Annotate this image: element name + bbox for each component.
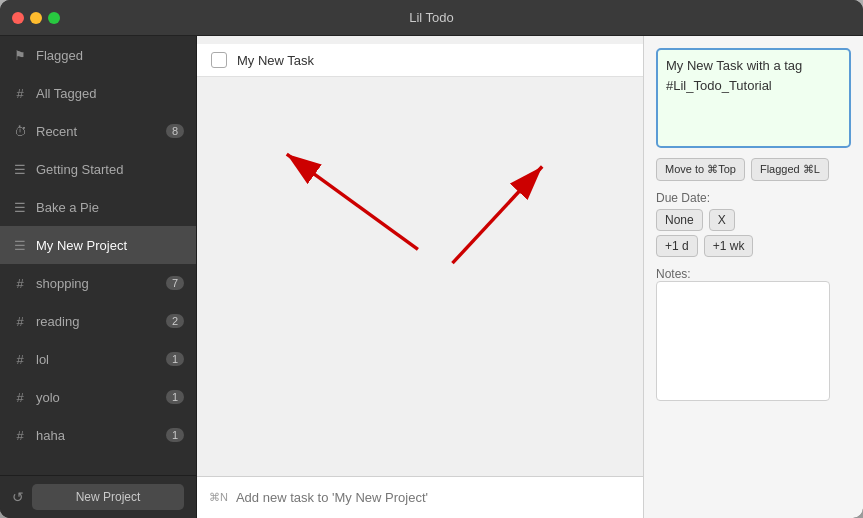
- reading-badge: 2: [166, 314, 184, 328]
- app-window: Lil Todo ⚑ Flagged # All Tagged ⏱ Recent…: [0, 0, 863, 518]
- task-input-bar: ⌘N: [197, 476, 643, 518]
- flag-icon: ⚑: [12, 48, 28, 63]
- due-date-row1: None X: [656, 209, 851, 231]
- hash-icon: #: [12, 352, 28, 367]
- shopping-badge: 7: [166, 276, 184, 290]
- due-date-section: Due Date: None X +1 d +1 wk: [656, 191, 851, 257]
- hash-icon: #: [12, 390, 28, 405]
- sidebar-item-label: All Tagged: [36, 86, 184, 101]
- sidebar-item-label: haha: [36, 428, 158, 443]
- due-plus1d-button[interactable]: +1 d: [656, 235, 698, 257]
- task-list-panel: My New Task ⌘: [197, 36, 643, 518]
- refresh-icon[interactable]: ↺: [12, 489, 24, 505]
- due-date-label: Due Date:: [656, 191, 851, 205]
- minimize-button[interactable]: [30, 12, 42, 24]
- due-none-button[interactable]: None: [656, 209, 703, 231]
- sidebar-footer: ↺ New Project: [0, 475, 196, 518]
- sidebar-item-label: shopping: [36, 276, 158, 291]
- detail-actions: Move to ⌘Top Flagged ⌘L: [656, 158, 851, 181]
- notes-section: Notes:: [656, 267, 851, 405]
- sidebar-item-my-new-project[interactable]: ☰ My New Project: [0, 226, 196, 264]
- sidebar-item-label: Getting Started: [36, 162, 184, 177]
- due-plus1wk-button[interactable]: +1 wk: [704, 235, 754, 257]
- task-item[interactable]: My New Task: [197, 44, 643, 77]
- sidebar-item-label: Recent: [36, 124, 158, 139]
- sidebar-item-reading[interactable]: # reading 2: [0, 302, 196, 340]
- sidebar-item-label: reading: [36, 314, 158, 329]
- add-task-shortcut: ⌘N: [209, 491, 228, 504]
- maximize-button[interactable]: [48, 12, 60, 24]
- list-icon: ☰: [12, 200, 28, 215]
- due-date-row2: +1 d +1 wk: [656, 235, 851, 257]
- task-checkbox[interactable]: [211, 52, 227, 68]
- list-icon: ☰: [12, 162, 28, 177]
- clock-icon: ⏱: [12, 124, 28, 139]
- sidebar-item-label: Flagged: [36, 48, 184, 63]
- hash-icon: #: [12, 86, 28, 101]
- sidebar-item-label: My New Project: [36, 238, 184, 253]
- sidebar-item-flagged[interactable]: ⚑ Flagged: [0, 36, 196, 74]
- yolo-badge: 1: [166, 390, 184, 404]
- haha-badge: 1: [166, 428, 184, 442]
- main-content: ⚑ Flagged # All Tagged ⏱ Recent 8 ☰ Gett…: [0, 36, 863, 518]
- hash-icon: #: [12, 314, 28, 329]
- traffic-lights: [12, 12, 60, 24]
- hash-icon: #: [12, 276, 28, 291]
- notes-label: Notes:: [656, 267, 851, 281]
- notes-input[interactable]: [656, 281, 830, 401]
- sidebar-item-bake-a-pie[interactable]: ☰ Bake a Pie: [0, 188, 196, 226]
- sidebar-item-label: Bake a Pie: [36, 200, 184, 215]
- sidebar-item-haha[interactable]: # haha 1: [0, 416, 196, 454]
- lol-badge: 1: [166, 352, 184, 366]
- window-title: Lil Todo: [409, 10, 454, 25]
- sidebar-item-recent[interactable]: ⏱ Recent 8: [0, 112, 196, 150]
- title-bar: Lil Todo: [0, 0, 863, 36]
- task-edit-area[interactable]: My New Task with a tag#Lil_Todo_Tutorial: [656, 48, 851, 148]
- close-button[interactable]: [12, 12, 24, 24]
- recent-badge: 8: [166, 124, 184, 138]
- sidebar-item-label: lol: [36, 352, 158, 367]
- hash-icon: #: [12, 428, 28, 443]
- sidebar-item-lol[interactable]: # lol 1: [0, 340, 196, 378]
- add-task-input[interactable]: [236, 490, 631, 505]
- move-to-top-button[interactable]: Move to ⌘Top: [656, 158, 745, 181]
- task-list-content: My New Task: [197, 36, 643, 476]
- list-icon: ☰: [12, 238, 28, 253]
- task-title: My New Task: [237, 53, 314, 68]
- sidebar-item-all-tagged[interactable]: # All Tagged: [0, 74, 196, 112]
- new-project-button[interactable]: New Project: [32, 484, 184, 510]
- detail-panel: My New Task with a tag#Lil_Todo_Tutorial…: [643, 36, 863, 518]
- flagged-button[interactable]: Flagged ⌘L: [751, 158, 829, 181]
- sidebar-item-getting-started[interactable]: ☰ Getting Started: [0, 150, 196, 188]
- sidebar: ⚑ Flagged # All Tagged ⏱ Recent 8 ☰ Gett…: [0, 36, 197, 518]
- sidebar-item-yolo[interactable]: # yolo 1: [0, 378, 196, 416]
- sidebar-item-shopping[interactable]: # shopping 7: [0, 264, 196, 302]
- sidebar-item-label: yolo: [36, 390, 158, 405]
- due-clear-button[interactable]: X: [709, 209, 735, 231]
